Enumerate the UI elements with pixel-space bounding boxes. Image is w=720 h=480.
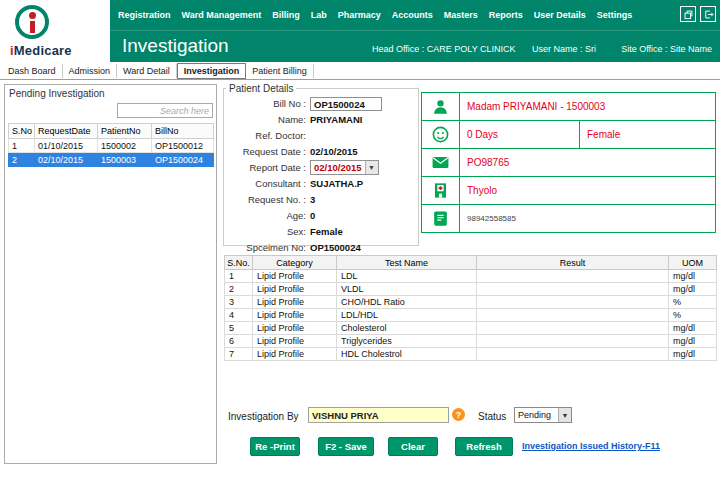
menu-reports[interactable]: Reports [489,10,523,20]
pending-row-selected[interactable]: 2 02/10/2015 1500003 OP1500024 [9,153,214,167]
cell-uom[interactable]: mg/dl [669,335,717,348]
test-row[interactable]: 4Lipid ProfileLDL/HDL% [225,309,717,322]
office-info: Head Office : CARE POLY CLINICK User Nam… [372,44,596,54]
menu-accounts[interactable]: Accounts [392,10,433,20]
tab-patient-billing[interactable]: Patient Billing [246,64,314,78]
cell-testname[interactable]: HDL Cholestrol [337,348,477,361]
cell-category[interactable]: Lipid Profile [253,270,337,283]
cell-sno[interactable]: 3 [225,296,253,309]
cell-uom[interactable]: mg/dl [669,283,717,296]
col-category: Category [253,256,337,270]
cell-requestdate[interactable]: 02/10/2015 [35,153,98,167]
cell-requestdate[interactable]: 01/10/2015 [35,139,98,153]
consultant-label: Consultant : [224,178,310,189]
menu-registration[interactable]: Registration [118,10,171,20]
name-label: Name: [224,114,310,125]
cell-testname[interactable]: LDL/HDL [337,309,477,322]
test-row[interactable]: 3Lipid ProfileCHO/HDL Ratio% [225,296,717,309]
site-cell: Thyolo [460,177,716,205]
chevron-down-icon[interactable]: ▼ [558,408,571,422]
cell-sno[interactable]: 1 [225,270,253,283]
col-billno: BillNo [152,124,214,139]
phone-cell: 98942558585 [460,205,716,233]
menu-billing[interactable]: Billing [272,10,300,20]
search-input[interactable] [117,103,213,118]
tab-dash-board[interactable]: Dash Board [2,64,63,78]
cell-billno[interactable]: OP1500024 [152,153,214,167]
cell-result[interactable] [477,296,669,309]
menu-lab[interactable]: Lab [311,10,327,20]
cell-uom[interactable]: mg/dl [669,348,717,361]
save-button[interactable]: F2 - Save [318,437,374,456]
cell-sno[interactable]: 4 [225,309,253,322]
cell-testname[interactable]: Cholesterol [337,322,477,335]
investigation-by-input[interactable] [308,407,449,423]
cell-category[interactable]: Lipid Profile [253,335,337,348]
cell-result[interactable] [477,322,669,335]
cell-testname[interactable]: VLDL [337,283,477,296]
ref-doctor-label: Ref. Doctor: [224,130,310,141]
refresh-button[interactable]: Refresh [455,437,513,456]
cell-sno[interactable]: 6 [225,335,253,348]
tab-admission[interactable]: Admission [63,64,118,78]
cell-testname[interactable]: CHO/HDL Ratio [337,296,477,309]
cell-uom[interactable]: mg/dl [669,322,717,335]
person-icon [422,93,460,121]
cell-sno[interactable]: 1 [9,139,35,153]
cell-uom[interactable]: % [669,309,717,322]
cell-patientno[interactable]: 1500002 [98,139,152,153]
cell-testname[interactable]: Triglycerides [337,335,477,348]
cell-result[interactable] [477,335,669,348]
test-row[interactable]: 6Lipid ProfileTriglyceridesmg/dl [225,335,717,348]
cell-sno[interactable]: 2 [225,283,253,296]
pending-investigation-panel: Pending Investigation S.No RequestDate P… [4,84,217,464]
cell-result[interactable] [477,309,669,322]
tab-investigation[interactable]: Investigation [177,63,247,79]
cell-category[interactable]: Lipid Profile [253,348,337,361]
cell-result[interactable] [477,348,669,361]
tab-ward-detail[interactable]: Ward Detail [117,64,177,78]
restore-window-icon[interactable] [680,6,696,22]
cell-category[interactable]: Lipid Profile [253,322,337,335]
cell-uom[interactable]: % [669,296,717,309]
test-row[interactable]: 5Lipid ProfileCholesterolmg/dl [225,322,717,335]
report-date-picker[interactable]: 02/10/2015 ▼ [310,160,379,175]
cell-sno[interactable]: 7 [225,348,253,361]
logout-icon[interactable] [700,6,716,22]
test-row[interactable]: 7Lipid ProfileHDL Cholestrolmg/dl [225,348,717,361]
cell-uom[interactable]: mg/dl [669,270,717,283]
clear-button[interactable]: Clear [388,437,438,456]
cell-sno[interactable]: 5 [225,322,253,335]
cell-patientno[interactable]: 1500003 [98,153,152,167]
menu-ward-management[interactable]: Ward Management [182,10,262,20]
app-logo[interactable]: iMedicare [0,0,110,62]
menu-pharmacy[interactable]: Pharmacy [338,10,381,20]
status-select[interactable]: Pending ▼ [514,407,572,423]
help-icon[interactable]: ? [452,408,465,421]
reprint-button[interactable]: Re -Print [250,437,300,456]
page-title: Investigation [122,35,229,57]
cell-sno[interactable]: 2 [9,153,35,167]
sex-value: Female [310,226,343,237]
test-row[interactable]: 2Lipid ProfileVLDLmg/dl [225,283,717,296]
cell-result[interactable] [477,270,669,283]
logo-mark-icon [15,5,49,39]
bill-no-field[interactable]: OP1500024 [310,97,382,111]
report-date-label: Report Date : [224,162,310,173]
cell-billno[interactable]: OP1500012 [152,139,214,153]
menu-masters[interactable]: Masters [444,10,478,20]
cell-category[interactable]: Lipid Profile [253,296,337,309]
cell-result[interactable] [477,283,669,296]
cell-testname[interactable]: LDL [337,270,477,283]
patient-details-group: Patient Details Bill No : OP1500024 Name… [223,83,419,246]
test-row[interactable]: 1Lipid ProfileLDLmg/dl [225,270,717,283]
cell-category[interactable]: Lipid Profile [253,309,337,322]
investigation-history-link[interactable]: Investigation Issued History-F11 [522,441,660,451]
tests-header-row: S.No. Category Test Name Result UOM [225,256,717,270]
pending-row[interactable]: 1 01/10/2015 1500002 OP1500012 [9,139,214,153]
chevron-down-icon[interactable]: ▼ [365,161,378,174]
menu-user-details[interactable]: User Details [534,10,586,20]
cell-category[interactable]: Lipid Profile [253,283,337,296]
col-uom: UOM [669,256,717,270]
menu-settings[interactable]: Settings [597,10,633,20]
